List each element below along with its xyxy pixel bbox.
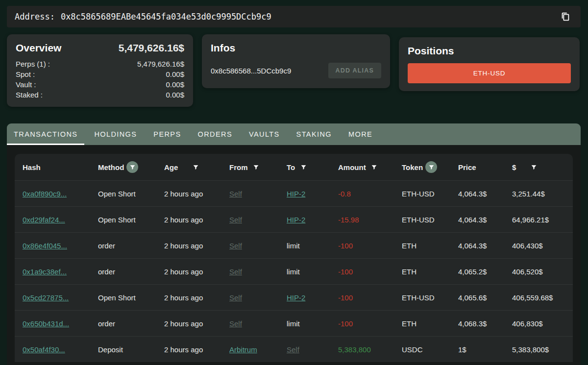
tx-age: 2 hours ago: [164, 216, 229, 224]
table-row: 0x1a9c38ef... order 2 hours ago Self lim…: [15, 258, 573, 284]
column-label: From: [229, 163, 248, 171]
tab-orders[interactable]: ORDERS: [191, 123, 239, 145]
overview-row-label: Staked :: [16, 90, 43, 100]
tx-from-link[interactable]: Self: [229, 190, 242, 198]
overview-row-value: 0.00$: [166, 90, 184, 100]
tx-amount: -0.8: [338, 190, 402, 198]
tx-usd-value: 406,430$: [512, 242, 573, 250]
column-header-from: From: [229, 161, 287, 173]
tx-age: 2 hours ago: [164, 319, 229, 328]
overview-row: Spot : 0.00$: [16, 69, 184, 79]
column-label: To: [287, 163, 295, 171]
column-label: Age: [164, 163, 178, 171]
tx-token: USDC: [402, 345, 458, 354]
tx-token: ETH: [402, 242, 458, 250]
tx-to-link[interactable]: HIP-2: [287, 293, 305, 302]
tx-token: ETH-USD: [402, 190, 458, 198]
tx-method: order: [98, 319, 164, 328]
tx-amount: -100: [338, 293, 402, 302]
tx-usd-value: 406,559.68$: [512, 293, 573, 302]
tx-amount: -100: [338, 242, 402, 250]
tx-from-link[interactable]: Self: [229, 216, 242, 224]
filter-icon[interactable]: [250, 161, 262, 173]
address-label: Address:: [15, 12, 55, 22]
tab-more[interactable]: MORE: [342, 123, 379, 145]
table-row: 0x650b431d... order 2 hours ago Self lim…: [15, 310, 573, 336]
tx-hash-link[interactable]: 0x1a9c38ef...: [23, 268, 67, 276]
tx-usd-value: 64,966.21$: [512, 216, 573, 224]
overview-row-value: 5,479,626.16$: [137, 59, 184, 69]
column-label: $: [512, 163, 516, 171]
positions-card: Positions ETH-USD: [399, 37, 580, 91]
column-header-method: Method: [98, 161, 164, 173]
tx-price: 4,064.3$: [458, 216, 512, 224]
tx-method: Open Short: [98, 293, 164, 302]
copy-address-button[interactable]: [558, 9, 573, 24]
column-header-usd: $: [512, 161, 573, 173]
tab-holdings[interactable]: HOLDINGS: [87, 123, 144, 145]
tx-hash-link[interactable]: 0x650b431d...: [23, 319, 69, 328]
tx-token: ETH: [402, 319, 458, 328]
tx-method: Deposit: [98, 345, 164, 354]
overview-breakdown: Perps (1) : 5,479,626.16$ Spot : 0.00$ V…: [16, 59, 184, 100]
tx-to: limit: [287, 242, 300, 250]
copy-icon: [560, 11, 571, 22]
column-label: Amount: [338, 163, 366, 171]
tx-hash-link[interactable]: 0x86e4f045...: [23, 242, 67, 250]
add-alias-button[interactable]: ADD ALIAS: [328, 63, 381, 78]
tx-age: 2 hours ago: [164, 345, 229, 354]
filter-icon[interactable]: [425, 161, 437, 173]
overview-row-label: Spot :: [16, 69, 35, 79]
tx-hash-link[interactable]: 0x50af4f30...: [23, 345, 65, 354]
tx-to: limit: [287, 268, 300, 276]
table-row: 0xa0f890c9... Open Short 2 hours ago Sel…: [15, 180, 573, 206]
tx-price: 4,064.3$: [458, 190, 512, 198]
column-label: Hash: [23, 163, 41, 171]
filter-icon[interactable]: [297, 161, 309, 173]
tx-amount: -100: [338, 268, 402, 276]
tx-token: ETH-USD: [402, 293, 458, 302]
tx-from-link[interactable]: Self: [229, 293, 242, 302]
tx-to-link[interactable]: HIP-2: [287, 216, 305, 224]
summary-cards: Overview 5,479,626.16$ Perps (1) : 5,479…: [7, 34, 581, 107]
tx-price: 4,065.6$: [458, 293, 512, 302]
column-label: Token: [402, 163, 423, 171]
tx-to-link[interactable]: Self: [287, 345, 299, 354]
column-header-hash: Hash: [23, 163, 98, 171]
filter-icon[interactable]: [528, 161, 539, 173]
column-header-token: Token: [402, 161, 458, 173]
tx-from-link[interactable]: Arbitrum: [229, 345, 257, 354]
tx-to-link[interactable]: HIP-2: [287, 190, 305, 198]
overview-row: Perps (1) : 5,479,626.16$: [16, 59, 184, 69]
filter-icon[interactable]: [190, 161, 201, 173]
tx-hash-link[interactable]: 0xd29faf24...: [23, 216, 65, 224]
column-header-to: To: [287, 161, 338, 173]
tx-hash-link[interactable]: 0x5cd27875...: [23, 293, 69, 302]
tab-vaults[interactable]: VAULTS: [242, 123, 287, 145]
column-label: Method: [98, 163, 124, 171]
tx-from-link[interactable]: Self: [229, 268, 242, 276]
tx-from-link[interactable]: Self: [229, 242, 242, 250]
tab-perps[interactable]: PERPS: [147, 123, 188, 145]
tab-transactions[interactable]: TRANSACTIONS: [7, 123, 84, 145]
tab-staking[interactable]: STAKING: [290, 123, 339, 145]
position-eth-usd-button[interactable]: ETH-USD: [408, 63, 571, 83]
filter-icon[interactable]: [126, 161, 138, 173]
tx-price: 4,065.2$: [458, 268, 512, 276]
tx-amount: 5,383,800: [338, 345, 402, 354]
tx-amount: -100: [338, 319, 402, 328]
tx-price: 4,068.3$: [458, 319, 512, 328]
tx-price: 4,064.3$: [458, 242, 512, 250]
tx-usd-value: 5,383,800$: [512, 345, 573, 354]
overview-total: 5,479,626.16$: [119, 42, 184, 54]
tx-hash-link[interactable]: 0xa0f890c9...: [23, 190, 67, 198]
positions-title: Positions: [408, 45, 571, 57]
page: Address: 0x8c5865689EABe45645fa034e53d0c…: [0, 0, 588, 365]
infos-card: Infos 0x8c586568...5DCcb9c9 ADD ALIAS: [202, 34, 390, 88]
tx-token: ETH: [402, 268, 458, 276]
tx-from-link[interactable]: Self: [229, 319, 242, 328]
tx-age: 2 hours ago: [164, 190, 229, 198]
filter-icon[interactable]: [368, 161, 380, 173]
table-row: 0x86e4f045... order 2 hours ago Self lim…: [15, 232, 573, 258]
tx-price: 1$: [458, 345, 512, 354]
